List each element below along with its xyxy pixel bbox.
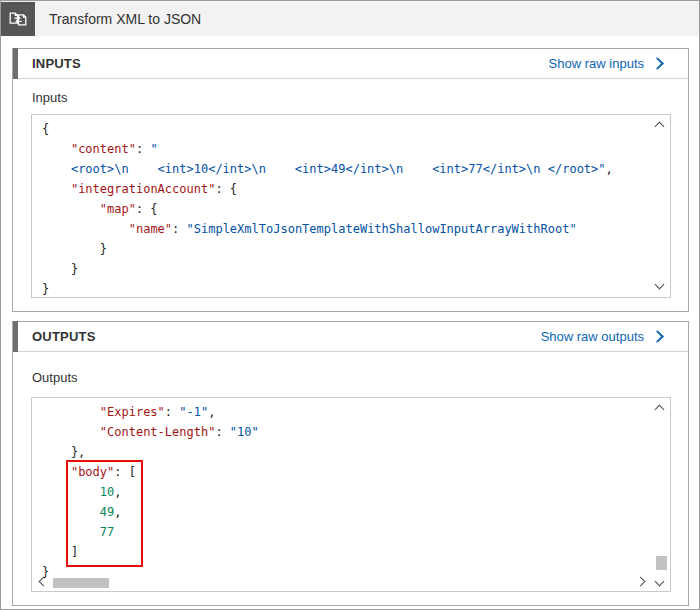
transform-pages-glyph	[7, 8, 29, 30]
code-line: <root>\n <int>10</int>\n <int>49</int>\n…	[42, 159, 660, 179]
outputs-code-editor[interactable]: "Expires": "-1", "Content-Length": "10" …	[31, 397, 671, 592]
outputs-field-label: Outputs	[32, 370, 671, 385]
code-line: }	[42, 279, 660, 298]
inputs-code-editor[interactable]: { "content": " <root>\n <int>10</int>\n …	[31, 114, 671, 298]
outputs-panel: OUTPUTS Show raw outputs Outputs "Expire…	[12, 321, 689, 606]
outputs-section-title: OUTPUTS	[32, 329, 96, 344]
run-details-window: Transform XML to JSON INPUTS Show raw in…	[0, 0, 700, 610]
code-line: ]	[42, 542, 660, 562]
code-line: "Content-Length": "10"	[42, 422, 660, 442]
show-raw-inputs-label: Show raw inputs	[549, 56, 644, 71]
chevron-right-icon	[651, 57, 664, 70]
outputs-accent-bar	[13, 321, 18, 352]
show-raw-inputs-link[interactable]: Show raw inputs	[549, 56, 664, 71]
outputs-panel-body: Outputs "Expires": "-1", "Content-Length…	[13, 352, 688, 592]
action-titlebar: Transform XML to JSON	[1, 1, 699, 36]
transform-xml-to-json-icon	[1, 2, 35, 36]
inputs-panel-body: Inputs { "content": " <root>\n <int>10</…	[13, 79, 688, 298]
code-line: 77	[42, 522, 660, 542]
inputs-panel: INPUTS Show raw inputs Inputs { "content…	[12, 48, 689, 312]
code-line: "name": "SimpleXmlToJsonTemplateWithShal…	[42, 219, 660, 239]
show-raw-outputs-link[interactable]: Show raw outputs	[541, 329, 664, 344]
inputs-panel-header: INPUTS Show raw inputs	[13, 49, 688, 79]
code-line: }	[42, 239, 660, 259]
code-line: "map": {	[42, 199, 660, 219]
vertical-scrollbar-thumb[interactable]	[656, 556, 667, 570]
code-line: 10,	[42, 482, 660, 502]
inputs-field-label: Inputs	[32, 90, 671, 105]
code-line: }	[42, 562, 660, 582]
inputs-accent-bar	[13, 48, 18, 79]
outputs-panel-header: OUTPUTS Show raw outputs	[13, 322, 688, 352]
code-line: "body": [	[42, 462, 660, 482]
code-line: "Expires": "-1",	[42, 402, 660, 422]
action-title: Transform XML to JSON	[49, 11, 201, 27]
code-line: "integrationAccount": {	[42, 179, 660, 199]
code-line: {	[42, 119, 660, 139]
outputs-json-code: "Expires": "-1", "Content-Length": "10" …	[32, 398, 670, 586]
inputs-section-title: INPUTS	[32, 56, 81, 71]
horizontal-scrollbar-thumb[interactable]	[53, 578, 109, 588]
code-line: },	[42, 442, 660, 462]
inputs-json-code: { "content": " <root>\n <int>10</int>\n …	[32, 115, 670, 298]
code-line: 49,	[42, 502, 660, 522]
code-line: }	[42, 259, 660, 279]
code-line: "content": "	[42, 139, 660, 159]
show-raw-outputs-label: Show raw outputs	[541, 329, 644, 344]
chevron-right-icon	[651, 330, 664, 343]
